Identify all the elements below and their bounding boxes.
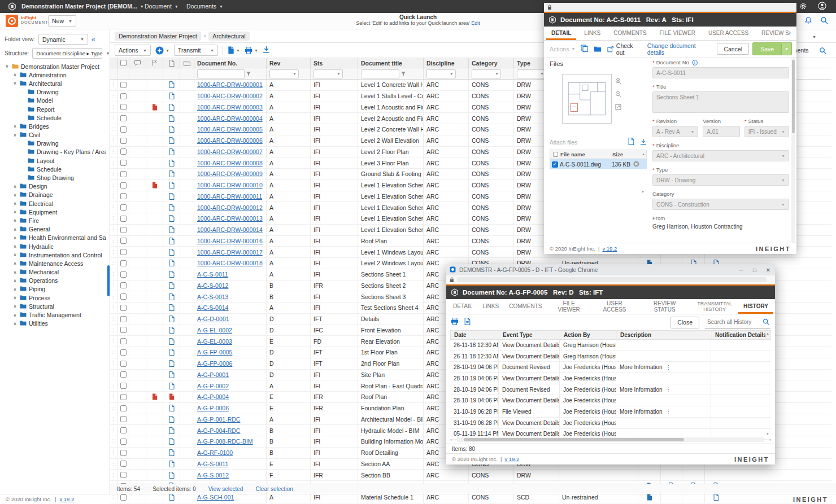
file-icon[interactable] [163, 180, 180, 191]
tab-user-access[interactable]: USER ACCESS [591, 299, 638, 314]
sidebar-item-instrumentation-and-control[interactable]: ∧Instrumentation and Control [2, 251, 106, 259]
drag-handle[interactable]: ⋮⋮ [110, 258, 118, 269]
transmit-button[interactable]: Transmit ▼ [174, 45, 218, 56]
row-checkbox[interactable] [118, 325, 129, 336]
close-window-button[interactable]: ✕ [761, 267, 775, 273]
row-checkbox[interactable] [118, 303, 129, 313]
tree-expander-icon[interactable]: ∨ [12, 81, 18, 86]
tab-links[interactable]: LINKS [579, 27, 606, 40]
row-checkbox[interactable] [118, 169, 129, 179]
file-row-checkbox[interactable]: ✓ [552, 161, 558, 168]
sidebar-item-piping[interactable]: ∧Piping [2, 285, 106, 293]
doc-no-link[interactable]: 1000-ARC-DRW-000007 [194, 147, 267, 157]
hscroll-left-icon[interactable]: ‹ [450, 437, 457, 442]
col-file[interactable] [163, 58, 180, 68]
file-icon[interactable] [163, 258, 180, 269]
tree-expander-icon[interactable]: ∧ [12, 227, 18, 232]
doc-no-link[interactable]: 1000-ARC-DRW-000005 [194, 124, 267, 135]
drag-handle[interactable]: ⋮⋮ [110, 169, 118, 179]
file-icon[interactable] [163, 191, 180, 202]
doc-no-link[interactable]: A-G-P-008-RDC-BIM [194, 436, 267, 447]
filter-category[interactable]: ▼ [469, 68, 514, 79]
history-scroll-down-icon[interactable]: ▼ [766, 432, 769, 436]
sidebar-scrollbar-thumb[interactable] [107, 265, 110, 296]
row-checkbox[interactable] [118, 436, 129, 447]
more-options-icon[interactable]: ⋮ [666, 409, 672, 415]
sidebar-item-health-environmental-and-safety[interactable]: ∧Health Environmental and Safety [2, 234, 106, 242]
sidebar-item-report[interactable]: Report [2, 105, 106, 113]
file-icon[interactable] [163, 470, 180, 480]
row-checkbox[interactable] [118, 124, 129, 135]
doc-no-link[interactable]: A-G-P-0004 [194, 392, 267, 402]
view-selected-link[interactable]: View selected [208, 486, 243, 492]
history-col-date[interactable]: Date [451, 331, 499, 339]
file-icon[interactable] [163, 102, 180, 113]
file-icon[interactable] [163, 347, 180, 358]
breadcrumb-current[interactable]: Architectural [208, 32, 249, 41]
row-checkbox[interactable] [118, 147, 129, 157]
doc-no-link[interactable]: 1000-ARC-DRW-000004 [194, 113, 267, 124]
quick-launch-edit-link[interactable]: Edit [471, 20, 480, 26]
doc-no-link[interactable]: 1000-ARC-DRW-000016 [194, 236, 267, 247]
select-all-checkbox[interactable] [120, 60, 127, 66]
status-doc-icon[interactable] [705, 492, 728, 503]
row-checkbox[interactable] [118, 370, 129, 380]
row-checkbox[interactable] [118, 236, 129, 247]
history-search-icon[interactable] [763, 317, 769, 327]
save-split-caret[interactable]: ▼ [782, 42, 792, 55]
row-checkbox[interactable] [118, 225, 129, 235]
drag-handle[interactable]: ⋮⋮ [110, 291, 118, 302]
row-checkbox[interactable] [118, 358, 129, 369]
drag-handle[interactable]: ⋮⋮ [110, 236, 118, 247]
drag-handle[interactable]: ⋮⋮ [110, 247, 118, 257]
sidebar-item-design[interactable]: ∧Design [2, 182, 106, 191]
file-select-all-checkbox[interactable] [553, 152, 558, 157]
doc-no-link[interactable]: 1000-ARC-DRW-000002 [194, 91, 267, 102]
user-avatar-icon[interactable] [818, 2, 826, 12]
drag-handle[interactable]: ⋮⋮ [110, 459, 118, 470]
file-icon[interactable] [163, 358, 180, 369]
more-information-link[interactable]: More Information [620, 409, 663, 415]
doc-no-link[interactable]: A-G-P-0006 [194, 403, 267, 414]
doc-no-link[interactable]: A-G-EL-0003 [194, 336, 267, 347]
history-footer-version[interactable]: v 19.2 [504, 456, 519, 462]
doc-no-link[interactable]: A-G-FP-0006 [194, 358, 267, 369]
type-filter-select[interactable]: ▼ [517, 69, 546, 78]
row-checkbox[interactable] [118, 347, 129, 358]
download-button[interactable] [263, 45, 270, 55]
tab-comments[interactable]: COMMENTS [608, 27, 651, 40]
attach-files-label[interactable]: Attach files [550, 139, 577, 146]
sidebar-item-shop-drawing[interactable]: Shop Drawing [2, 173, 106, 182]
drag-handle[interactable]: ⋮⋮ [110, 370, 118, 380]
doc-no-link[interactable]: A-G-FP-0005 [194, 347, 267, 358]
sidebar-item-electrical[interactable]: ∧Electrical [2, 199, 106, 208]
row-checkbox[interactable] [118, 470, 129, 480]
doc-no-link[interactable]: A-C-S-0014 [194, 303, 267, 313]
row-checkbox[interactable] [118, 392, 129, 402]
doc-no-link[interactable]: A-G-P-0001 [194, 370, 267, 380]
sidebar-item-demonstration-master-project[interactable]: ∨Demonstration Master Project [2, 62, 106, 71]
sidebar-item-administration[interactable]: ∧Administration [2, 71, 106, 79]
file-icon[interactable] [163, 91, 180, 102]
window-title-bar[interactable]: DEMOMSTR - A-G-FP-0005 - D - IFT - Googl… [446, 264, 775, 275]
drag-handle[interactable]: ⋮⋮ [110, 147, 118, 157]
doc-no-link[interactable]: A-G-S-0012 [194, 470, 267, 480]
drag-handle[interactable]: ⋮⋮ [110, 414, 118, 425]
history-col-description[interactable]: Description [617, 331, 712, 339]
tree-expander-icon[interactable]: ∧ [12, 192, 18, 198]
filter-doc-no[interactable] [194, 68, 267, 79]
drag-handle[interactable]: ⋮⋮ [110, 303, 118, 313]
drag-handle[interactable]: ⋮⋮ [110, 347, 118, 358]
row-checkbox[interactable] [118, 459, 129, 470]
tree-expander-icon[interactable]: ∧ [12, 124, 18, 129]
col-comments[interactable] [129, 58, 146, 68]
row-checkbox[interactable] [118, 269, 129, 280]
file-icon[interactable] [163, 380, 180, 391]
file-icon[interactable] [163, 247, 180, 257]
actions-button[interactable]: Actions ▼ [115, 45, 151, 56]
drag-handle[interactable]: ⋮⋮ [110, 191, 118, 202]
drag-handle[interactable]: ⋮⋮ [110, 325, 118, 336]
drag-handle[interactable]: ⋮⋮ [110, 124, 118, 135]
tree-expander-icon[interactable]: ∧ [12, 278, 18, 283]
tree-expander-icon[interactable]: ∧ [12, 252, 18, 257]
